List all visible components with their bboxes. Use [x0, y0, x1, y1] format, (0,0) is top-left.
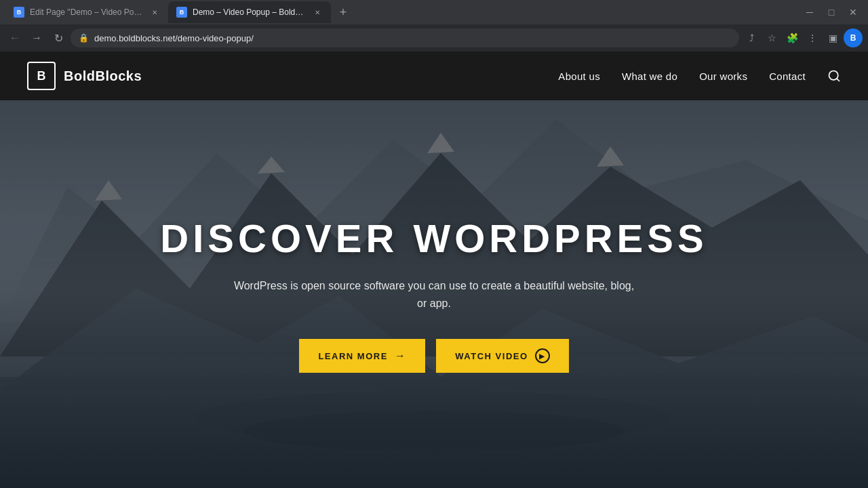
nav-link-about[interactable]: About us	[558, 70, 600, 82]
tab-bar: B Edit Page "Demo – Video Popup... ✕ B D…	[0, 0, 868, 24]
tab-1-favicon: B	[14, 7, 24, 18]
forward-button[interactable]: →	[27, 28, 46, 47]
hero-title: DISCOVER WORDPRESS	[160, 216, 707, 261]
extensions-button[interactable]: ⋮	[803, 28, 822, 47]
nav-link-what[interactable]: What we do	[622, 70, 677, 82]
reload-button[interactable]: ↻	[49, 28, 68, 47]
arrow-icon: →	[395, 350, 407, 362]
url-text: demo.boldblocks.net/demo-video-popup/	[94, 33, 731, 43]
tab-2-title: Demo – Video Popup – BoldBloc...	[193, 7, 307, 17]
tab-2-close[interactable]: ✕	[312, 7, 323, 18]
lock-icon: 🔒	[79, 33, 89, 43]
browser-chrome: B Edit Page "Demo – Video Popup... ✕ B D…	[0, 0, 868, 52]
website-nav: B BoldBlocks About us What we do Our wor…	[0, 52, 868, 100]
tab-1-close[interactable]: ✕	[149, 7, 160, 18]
tab-1-title: Edit Page "Demo – Video Popup...	[30, 7, 144, 17]
back-button[interactable]: ←	[5, 28, 24, 47]
play-icon: ▶	[535, 348, 550, 363]
svg-line-13	[837, 79, 840, 81]
nav-link-works[interactable]: Our works	[699, 70, 747, 82]
hero-subtitle: WordPress is open source software you ca…	[231, 277, 637, 312]
logo[interactable]: B BoldBlocks	[27, 62, 142, 90]
tab-1[interactable]: B Edit Page "Demo – Video Popup... ✕	[5, 1, 168, 23]
tab-2[interactable]: B Demo – Video Popup – BoldBloc... ✕	[168, 1, 331, 23]
split-view-icon[interactable]: ▣	[823, 28, 842, 47]
url-bar[interactable]: 🔒 demo.boldblocks.net/demo-video-popup/	[71, 28, 739, 47]
profile-button[interactable]: B	[844, 28, 863, 47]
close-button[interactable]: ✕	[844, 3, 863, 22]
logo-icon: B	[27, 62, 56, 90]
nav-links: About us What we do Our works Contact	[558, 69, 841, 83]
website: B BoldBlocks About us What we do Our wor…	[0, 52, 868, 488]
watch-video-button[interactable]: WATCH VIDEO ▶	[436, 339, 568, 373]
learn-more-label: LEARN MORE	[318, 351, 387, 361]
nav-link-contact[interactable]: Contact	[769, 70, 806, 82]
learn-more-button[interactable]: LEARN MORE →	[299, 339, 425, 373]
search-icon[interactable]	[827, 69, 841, 83]
window-controls: ─ □ ✕	[800, 3, 863, 22]
toolbar-icons: ⤴ ☆ 🧩 ⋮ ▣ B	[742, 28, 863, 47]
hero-section: DISCOVER WORDPRESS WordPress is open sou…	[0, 100, 868, 488]
extension-icon[interactable]: 🧩	[783, 28, 802, 47]
tab-2-favicon: B	[176, 7, 187, 18]
maximize-button[interactable]: □	[822, 3, 841, 22]
hero-buttons: LEARN MORE → WATCH VIDEO ▶	[299, 339, 568, 373]
cast-icon[interactable]: ⤴	[742, 28, 761, 47]
logo-text: BoldBlocks	[64, 68, 142, 84]
minimize-button[interactable]: ─	[800, 3, 819, 22]
new-tab-button[interactable]: +	[334, 3, 353, 22]
bookmark-icon[interactable]: ☆	[762, 28, 781, 47]
watch-video-label: WATCH VIDEO	[455, 351, 528, 361]
address-bar: ← → ↻ 🔒 demo.boldblocks.net/demo-video-p…	[0, 24, 868, 52]
